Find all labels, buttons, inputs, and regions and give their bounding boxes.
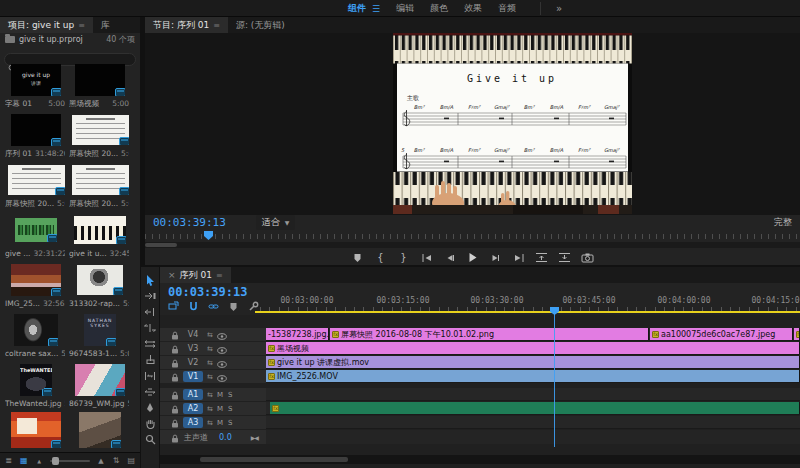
extract-button[interactable]: [557, 251, 573, 264]
item-thumbnail[interactable]: [77, 265, 123, 295]
project-item[interactable]: coltrane sax...5:00: [4, 311, 68, 361]
timeline-horizontal-scrollbar[interactable]: [160, 455, 800, 464]
workspace-tab-音频[interactable]: 音频: [498, 2, 516, 15]
item-thumbnail[interactable]: [14, 314, 58, 346]
zoom-level-dropdown[interactable]: 适合 ▼: [256, 215, 296, 230]
track-name-A1[interactable]: A1: [183, 389, 203, 400]
project-item[interactable]: 黑场视频5:00: [68, 61, 132, 111]
workspace-overflow-chevron[interactable]: »: [556, 3, 562, 14]
panel-menu-icon[interactable]: ≡: [78, 21, 85, 30]
mark-in-button[interactable]: {: [373, 251, 389, 264]
item-thumbnail[interactable]: give it up讲课: [11, 64, 61, 96]
zoom-tool[interactable]: [143, 433, 157, 446]
tab-project[interactable]: 项目: give it up ≡: [0, 17, 93, 33]
playback-resolution-dropdown[interactable]: 完整: [774, 216, 792, 229]
track-lane-A3[interactable]: [266, 416, 800, 429]
mark-out-button[interactable]: }: [396, 251, 412, 264]
work-area-bar[interactable]: [255, 311, 800, 313]
step-back-button[interactable]: [442, 251, 458, 264]
panel-menu-icon[interactable]: ≡: [216, 271, 223, 280]
item-thumbnail[interactable]: [8, 165, 65, 195]
workspace-tab-颜色[interactable]: 颜色: [430, 2, 448, 15]
track-lane-A1[interactable]: [266, 388, 800, 401]
solo-button[interactable]: S: [228, 391, 233, 399]
program-timecode[interactable]: 00:03:39:13: [153, 216, 226, 229]
mute-button[interactable]: M: [217, 419, 224, 427]
clip[interactable]: fx: [270, 402, 800, 414]
track-lane-V3[interactable]: fx黑场视频: [266, 342, 800, 355]
go-to-out-button[interactable]: [511, 251, 527, 264]
workspace-tab-组件[interactable]: 组件: [348, 2, 366, 15]
track-name-V2[interactable]: V2: [183, 358, 203, 367]
project-item[interactable]: give it up讲课字幕 015:00: [4, 61, 68, 111]
step-forward-button[interactable]: [488, 251, 504, 264]
go-to-in-button[interactable]: [419, 251, 435, 264]
tab-program[interactable]: 节目: 序列 01 ≡: [145, 17, 228, 33]
clip[interactable]: fx屏幕快照 2016-08-08 下午10.01.02.png: [330, 328, 649, 340]
linked-selection-icon[interactable]: [208, 301, 219, 312]
add-marker-icon[interactable]: [228, 301, 239, 312]
icon-view-button[interactable]: ▦: [19, 456, 28, 465]
scrollbar-thumb[interactable]: [200, 457, 348, 462]
new-item-button[interactable]: ▤: [127, 456, 136, 465]
master-volume-value[interactable]: 0.0: [219, 433, 232, 442]
rate-stretch-tool[interactable]: [143, 337, 157, 350]
export-frame-camera-button[interactable]: [580, 251, 596, 264]
slider-thumb[interactable]: [52, 457, 59, 465]
project-item[interactable]: 313302-rap...5:00: [68, 261, 132, 311]
slide-tool[interactable]: [143, 385, 157, 398]
mute-button[interactable]: M: [217, 391, 224, 399]
panel-menu-icon[interactable]: ≡: [213, 21, 220, 30]
item-thumbnail[interactable]: [72, 165, 129, 195]
tab-source[interactable]: 源: (无剪辑): [228, 17, 293, 33]
project-item[interactable]: give it u...32:45:21: [68, 211, 132, 261]
clip[interactable]: -15387238.jpg.png: [266, 328, 329, 340]
project-item[interactable]: 序列 0131:48:20: [4, 111, 68, 161]
sync-lock-icon[interactable]: ⇆: [207, 373, 213, 381]
track-select-tool[interactable]: [143, 289, 157, 302]
sync-lock-icon[interactable]: ⇆: [207, 359, 213, 367]
item-thumbnail[interactable]: [11, 114, 61, 146]
play-button[interactable]: [465, 251, 481, 264]
add-marker-button[interactable]: [350, 251, 366, 264]
item-thumbnail[interactable]: TheWANTED: [20, 364, 52, 396]
item-thumbnail[interactable]: [74, 216, 126, 244]
project-item[interactable]: 屏幕快照 20...5:00: [4, 161, 68, 211]
solo-button[interactable]: S: [228, 419, 233, 427]
project-item[interactable]: 屏幕快照 20...5:00: [68, 161, 132, 211]
nest-toggle-icon[interactable]: [168, 301, 179, 312]
project-item[interactable]: [4, 411, 68, 449]
track-name-V4[interactable]: V4: [183, 330, 203, 339]
mute-button[interactable]: M: [217, 405, 224, 413]
lock-icon[interactable]: [171, 428, 179, 447]
item-thumbnail[interactable]: [11, 412, 61, 448]
item-thumbnail[interactable]: [15, 218, 57, 242]
sync-lock-icon[interactable]: ⇆: [207, 345, 213, 353]
track-lane-V2[interactable]: fxgive it up 讲课虚拟.mov: [266, 356, 800, 369]
razor-tool[interactable]: [143, 353, 157, 366]
snap-toggle-icon[interactable]: [188, 301, 199, 312]
slip-tool[interactable]: [143, 369, 157, 382]
clip[interactable]: fxIMG_2526.MOV: [266, 370, 800, 382]
sync-lock-icon[interactable]: ⇆: [207, 405, 213, 413]
sync-lock-icon[interactable]: ⇆: [207, 419, 213, 427]
hand-tool[interactable]: [143, 417, 157, 430]
item-thumbnail[interactable]: NATHAN SYKES: [84, 314, 116, 346]
lift-button[interactable]: [534, 251, 550, 264]
project-item[interactable]: 86739_WM.jpg5:00: [68, 361, 132, 411]
item-thumbnail[interactable]: [11, 264, 61, 296]
lock-icon[interactable]: [171, 367, 179, 386]
workspace-tab-效果[interactable]: 效果: [464, 2, 482, 15]
item-thumbnail[interactable]: [75, 364, 125, 396]
program-preview-area[interactable]: Give it up 主歌 Bm⁷Bm/AF♯m⁷Gmaj⁷Bm⁷Bm/AF♯m…: [145, 33, 800, 215]
track-name-A2[interactable]: A2: [183, 403, 203, 414]
tab-sequence[interactable]: × 序列 01 ≡: [160, 267, 231, 283]
track-lane-A2[interactable]: fx: [266, 402, 800, 415]
project-item[interactable]: give ...32:31:22050: [4, 211, 68, 261]
master-track-lane[interactable]: [266, 430, 800, 444]
project-item[interactable]: 屏幕快照 20...5:00: [68, 111, 132, 161]
list-view-button[interactable]: ≣: [4, 456, 13, 465]
timeline-timecode[interactable]: 00:03:39:13: [168, 285, 247, 299]
program-zoom-scrollbar[interactable]: [145, 242, 800, 248]
track-output-eye-icon[interactable]: [217, 367, 227, 386]
